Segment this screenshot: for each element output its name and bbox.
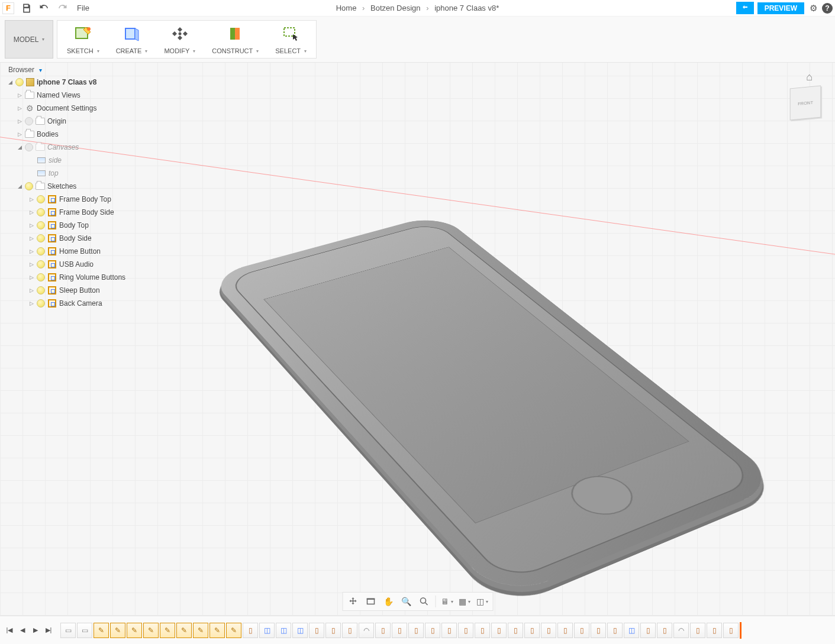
timeline-feature[interactable]: ▯ — [342, 623, 357, 638]
timeline-feature[interactable]: ✎ — [143, 623, 159, 638]
timeline-feature[interactable]: ✎ — [226, 623, 241, 638]
tree-sketch-item[interactable]: Frame Body Side — [4, 206, 146, 219]
tree-doc-settings[interactable]: ⚙ Document Settings — [4, 102, 146, 115]
tree-sketch-item[interactable]: USB Audio — [4, 258, 146, 271]
visibility-bulb-icon[interactable] — [37, 208, 45, 216]
visibility-bulb-icon[interactable] — [25, 182, 33, 190]
timeline-feature[interactable]: ✎ — [127, 623, 142, 638]
visibility-bulb-icon[interactable] — [37, 286, 45, 295]
timeline-feature[interactable]: ▯ — [690, 623, 705, 638]
tree-sketch-item[interactable]: Body Top — [4, 219, 146, 232]
visibility-bulb-icon[interactable] — [37, 299, 45, 308]
select-menu[interactable]: SELECT — [267, 23, 315, 56]
timeline-feature[interactable]: ◫ — [259, 623, 275, 638]
timeline-end-icon[interactable]: ▶| — [43, 625, 54, 636]
timeline-feature[interactable]: ▯ — [508, 623, 523, 638]
timeline-feature[interactable]: ▯ — [607, 623, 623, 638]
timeline-feature[interactable]: ▯ — [475, 623, 490, 638]
sketch-menu[interactable]: SKETCH — [59, 23, 108, 56]
timeline-feature[interactable]: ▯ — [524, 623, 540, 638]
breadcrumb-folder[interactable]: Botzen Design — [370, 4, 421, 12]
tree-sketch-item[interactable]: Back Camera — [4, 297, 146, 310]
tree-canvases[interactable]: Canvases — [4, 141, 146, 154]
timeline-feature[interactable]: ▯ — [723, 623, 739, 638]
visibility-bulb-icon[interactable] — [37, 221, 45, 229]
preview-button[interactable]: PREVIEW — [757, 2, 804, 14]
timeline-feature[interactable]: ◫ — [276, 623, 291, 638]
tree-root[interactable]: iphone 7 Claas v8 — [4, 76, 146, 89]
tree-sketch-item[interactable]: Body Side — [4, 232, 146, 245]
timeline-feature[interactable]: ▯ — [309, 623, 324, 638]
visibility-bulb-icon[interactable] — [37, 260, 45, 268]
timeline-feature[interactable]: ▯ — [375, 623, 391, 638]
workspace-mode-button[interactable]: MODEL — [5, 20, 53, 59]
tree-sketches[interactable]: Sketches — [4, 180, 146, 193]
modify-menu[interactable]: MODIFY — [156, 23, 204, 56]
timeline-feature[interactable]: ◠ — [673, 623, 689, 638]
timeline-feature[interactable]: ▯ — [325, 623, 341, 638]
breadcrumb-home[interactable]: Home — [336, 4, 357, 12]
help-icon[interactable]: ? — [822, 3, 833, 14]
visibility-bulb-icon[interactable] — [37, 234, 45, 242]
timeline-feature[interactable]: ▯ — [491, 623, 507, 638]
gear-icon[interactable]: ⚙ — [808, 3, 818, 14]
construct-menu[interactable]: CONSTRUCT — [204, 23, 267, 56]
timeline-feature[interactable]: ◠ — [359, 623, 374, 638]
tree-named-views[interactable]: Named Views — [4, 89, 146, 102]
timeline-start-icon[interactable]: |◀ — [4, 625, 15, 636]
visibility-bulb-icon[interactable] — [15, 78, 24, 86]
viewport-layout-menu[interactable]: ◫ — [476, 595, 489, 608]
home-view-icon[interactable]: ⌂ — [806, 71, 813, 83]
timeline-feature[interactable]: ✎ — [94, 623, 109, 638]
timeline-feature[interactable]: ▯ — [243, 623, 258, 638]
lookat-icon[interactable] — [364, 595, 377, 608]
orbit-icon[interactable] — [346, 595, 359, 608]
pan-icon[interactable]: ✋ — [382, 595, 395, 608]
timeline-feature[interactable]: ▭ — [60, 623, 76, 638]
tree-canvas-item[interactable]: top — [4, 167, 146, 180]
timeline-feature[interactable]: ▯ — [707, 623, 722, 638]
create-menu[interactable]: CREATE — [108, 23, 156, 56]
timeline-feature[interactable]: ✎ — [110, 623, 125, 638]
tree-origin[interactable]: Origin — [4, 115, 146, 128]
undo-icon[interactable] — [38, 2, 50, 14]
app-logo[interactable]: F — [2, 2, 14, 14]
viewcube[interactable]: FRONT — [790, 85, 821, 120]
timeline-feature[interactable]: ◫ — [292, 623, 308, 638]
timeline-feature[interactable]: ▯ — [591, 623, 606, 638]
tree-sketch-item[interactable]: Ring Volume Buttons — [4, 271, 146, 284]
timeline-feature[interactable]: ▯ — [657, 623, 672, 638]
timeline-marker[interactable] — [740, 622, 741, 639]
visibility-bulb-icon[interactable] — [25, 117, 33, 125]
tree-bodies[interactable]: Bodies — [4, 128, 146, 141]
timeline-feature[interactable]: ◫ — [624, 623, 639, 638]
breadcrumb-file[interactable]: iphone 7 Claas v8* — [434, 4, 499, 12]
save-icon[interactable] — [21, 2, 33, 14]
timeline-feature[interactable]: ▯ — [574, 623, 589, 638]
tree-sketch-item[interactable]: Sleep Button — [4, 284, 146, 297]
timeline-feature[interactable]: ▯ — [392, 623, 407, 638]
zoom-fit-icon[interactable] — [417, 595, 430, 608]
timeline-feature[interactable]: ✎ — [193, 623, 208, 638]
timeline-feature[interactable]: ▯ — [640, 623, 656, 638]
visibility-bulb-icon[interactable] — [37, 195, 45, 203]
display-settings-menu[interactable]: 🖥 — [440, 595, 453, 608]
timeline-feature[interactable]: ✎ — [176, 623, 192, 638]
timeline-prev-icon[interactable]: ◀ — [17, 625, 28, 636]
timeline-feature[interactable]: ▯ — [557, 623, 573, 638]
timeline-feature[interactable]: ▯ — [408, 623, 424, 638]
tree-sketch-item[interactable]: Home Button — [4, 245, 146, 258]
tree-sketch-item[interactable]: Frame Body Top — [4, 193, 146, 206]
timeline-next-icon[interactable]: ▶ — [30, 625, 41, 636]
visibility-bulb-icon[interactable] — [25, 143, 33, 151]
timeline-feature[interactable]: ▯ — [458, 623, 473, 638]
file-menu[interactable]: File — [77, 4, 89, 12]
timeline-feature[interactable]: ▯ — [541, 623, 556, 638]
update-button[interactable] — [736, 2, 754, 14]
browser-toggle[interactable]: Browser ▾ — [4, 64, 47, 75]
timeline-feature[interactable]: ▯ — [425, 623, 440, 638]
timeline-feature[interactable]: ▯ — [441, 623, 457, 638]
tree-canvas-item[interactable]: side — [4, 154, 146, 167]
zoom-icon[interactable]: 🔍 — [399, 595, 412, 608]
timeline-feature[interactable]: ✎ — [160, 623, 175, 638]
